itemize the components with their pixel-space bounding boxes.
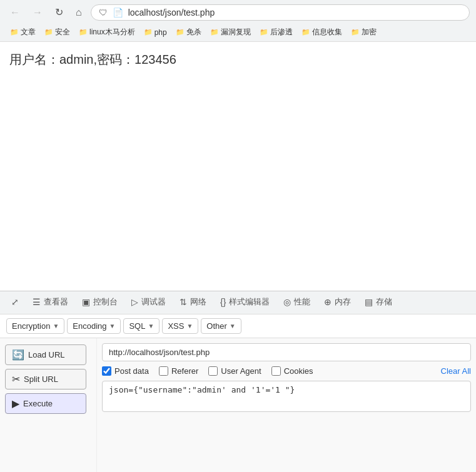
devtools-tab-bar: ⤢ ☰ 查看器 ▣ 控制台 ▷ 调试器 ⇅ 网络 {} 样式编辑器 ◎ 性能 ⊕…	[0, 291, 476, 314]
browser-content: 用户名：admin,密码：123456	[0, 42, 476, 291]
bookmarks-bar: 📁 文章 📁 安全 📁 linux木马分析 📁 php 📁 免杀 📁 漏洞复现 …	[0, 24, 476, 41]
back-button[interactable]: ←	[6, 4, 24, 21]
tab-network-label: 网络	[190, 296, 206, 308]
bookmark-免杀[interactable]: 📁 免杀	[172, 26, 205, 39]
tab-inspector[interactable]: ☰ 查看器	[26, 291, 74, 314]
tab-console-label: 控制台	[93, 296, 118, 308]
referer-label: Referer	[171, 366, 198, 376]
execute-label: Execute	[23, 399, 53, 408]
nav-bar: ← → ↻ ⌂ 🛡 📄	[0, 0, 476, 24]
tab-pointer[interactable]: ⤢	[5, 292, 25, 313]
encoding-label: Encoding	[73, 321, 106, 331]
chevron-down-icon: ▼	[53, 323, 59, 329]
url-input[interactable]	[102, 343, 471, 361]
bookmark-label: 加密	[362, 27, 377, 38]
load-url-button[interactable]: 🔄 Load URL	[5, 344, 86, 365]
bookmark-漏洞复现[interactable]: 📁 漏洞复现	[206, 26, 255, 39]
tab-storage-label: 存储	[376, 296, 392, 308]
network-icon: ⇅	[180, 297, 187, 307]
bookmark-label: 后渗透	[270, 27, 293, 38]
plugin-sidebar: 🔄 Load URL ✂ Split URL ▶ Execute	[0, 338, 97, 472]
devtools-panel: ⤢ ☰ 查看器 ▣ 控制台 ▷ 调试器 ⇅ 网络 {} 样式编辑器 ◎ 性能 ⊕…	[0, 291, 476, 472]
tab-performance[interactable]: ◎ 性能	[277, 291, 316, 314]
useragent-input[interactable]	[208, 366, 218, 376]
folder-icon: 📁	[79, 28, 88, 36]
split-url-label: Split URL	[24, 374, 58, 384]
cookies-checkbox[interactable]: Cookies	[271, 366, 313, 376]
plugin-content: 🔄 Load URL ✂ Split URL ▶ Execute Post da…	[0, 338, 476, 472]
address-bar[interactable]: 🛡 📄	[91, 4, 470, 21]
tab-debugger[interactable]: ▷ 调试器	[125, 291, 172, 314]
tab-debugger-label: 调试器	[141, 296, 166, 308]
clear-all-button[interactable]: Clear All	[441, 366, 471, 376]
split-url-button[interactable]: ✂ Split URL	[5, 369, 86, 389]
bookmark-加密[interactable]: 📁 加密	[347, 26, 380, 39]
bookmark-php[interactable]: 📁 php	[140, 27, 171, 38]
tab-storage[interactable]: ▤ 存储	[358, 291, 398, 314]
load-url-label: Load URL	[28, 350, 65, 359]
execute-icon: ▶	[12, 398, 19, 409]
useragent-label: User Agent	[221, 366, 261, 376]
postdata-checkbox[interactable]: Post data	[102, 366, 149, 376]
load-url-icon: 🔄	[12, 349, 24, 361]
tab-memory-label: 内存	[335, 296, 351, 308]
page-output: 用户名：admin,密码：123456	[9, 51, 467, 68]
plugin-toolbar: Encryption ▼ Encoding ▼ SQL ▼ XSS ▼ Othe…	[0, 314, 476, 338]
refresh-button[interactable]: ↻	[51, 4, 67, 21]
cookies-label: Cookies	[284, 366, 313, 376]
bookmark-后渗透[interactable]: 📁 后渗透	[256, 26, 296, 39]
performance-icon: ◎	[283, 297, 291, 307]
style-icon: {}	[220, 297, 226, 307]
encoding-dropdown[interactable]: Encoding ▼	[67, 318, 121, 334]
split-url-icon: ✂	[12, 373, 20, 385]
tab-memory[interactable]: ⊕ 内存	[318, 291, 357, 314]
folder-icon: 📁	[10, 28, 19, 36]
address-input[interactable]	[128, 8, 462, 18]
inspector-icon: ☰	[33, 297, 41, 307]
data-textarea[interactable]: json={"username":"admin' and '1'='1 "}	[102, 381, 471, 412]
forward-button[interactable]: →	[29, 4, 46, 21]
tab-network[interactable]: ⇅ 网络	[173, 291, 213, 314]
postdata-input[interactable]	[102, 366, 111, 376]
bookmark-label: php	[154, 28, 167, 37]
referer-input[interactable]	[159, 366, 168, 376]
postdata-label: Post data	[114, 366, 149, 376]
referer-checkbox[interactable]: Referer	[159, 366, 198, 376]
encryption-label: Encryption	[12, 321, 50, 331]
encryption-dropdown[interactable]: Encryption ▼	[6, 318, 64, 334]
xss-dropdown[interactable]: XSS ▼	[162, 318, 198, 334]
tab-inspector-label: 查看器	[44, 296, 68, 308]
home-button[interactable]: ⌂	[72, 4, 86, 21]
bookmark-label: 安全	[55, 27, 70, 38]
bookmark-label: 免杀	[186, 27, 201, 38]
shield-icon: 🛡	[99, 8, 108, 18]
tab-style-label: 样式编辑器	[229, 296, 270, 308]
bookmark-label: 文章	[21, 27, 36, 38]
bookmark-文章[interactable]: 📁 文章	[6, 26, 39, 39]
bookmark-linux[interactable]: 📁 linux木马分析	[75, 26, 139, 39]
useragent-checkbox[interactable]: User Agent	[208, 366, 261, 376]
execute-button[interactable]: ▶ Execute	[5, 393, 86, 414]
chevron-down-icon: ▼	[148, 323, 154, 329]
folder-icon: 📁	[210, 28, 219, 36]
bookmark-label: linux木马分析	[89, 27, 135, 38]
bookmark-label: 漏洞复现	[221, 27, 251, 38]
folder-icon: 📁	[301, 28, 310, 36]
bookmark-label: 信息收集	[312, 27, 342, 38]
debugger-icon: ▷	[131, 297, 138, 307]
chevron-down-icon: ▼	[230, 323, 236, 329]
bookmark-安全[interactable]: 📁 安全	[41, 26, 74, 39]
sql-label: SQL	[129, 321, 145, 331]
folder-icon: 📁	[44, 28, 53, 36]
sql-dropdown[interactable]: SQL ▼	[123, 318, 160, 334]
tab-console[interactable]: ▣ 控制台	[76, 291, 124, 314]
memory-icon: ⊕	[324, 297, 332, 307]
tab-style-editor[interactable]: {} 样式编辑器	[214, 291, 276, 314]
cookies-input[interactable]	[271, 366, 281, 376]
bookmark-信息收集[interactable]: 📁 信息收集	[298, 26, 346, 39]
storage-icon: ▤	[365, 297, 373, 307]
other-label: Other	[206, 321, 227, 331]
other-dropdown[interactable]: Other ▼	[201, 318, 241, 334]
page-icon: 📄	[113, 8, 123, 18]
folder-icon: 📁	[176, 28, 185, 36]
